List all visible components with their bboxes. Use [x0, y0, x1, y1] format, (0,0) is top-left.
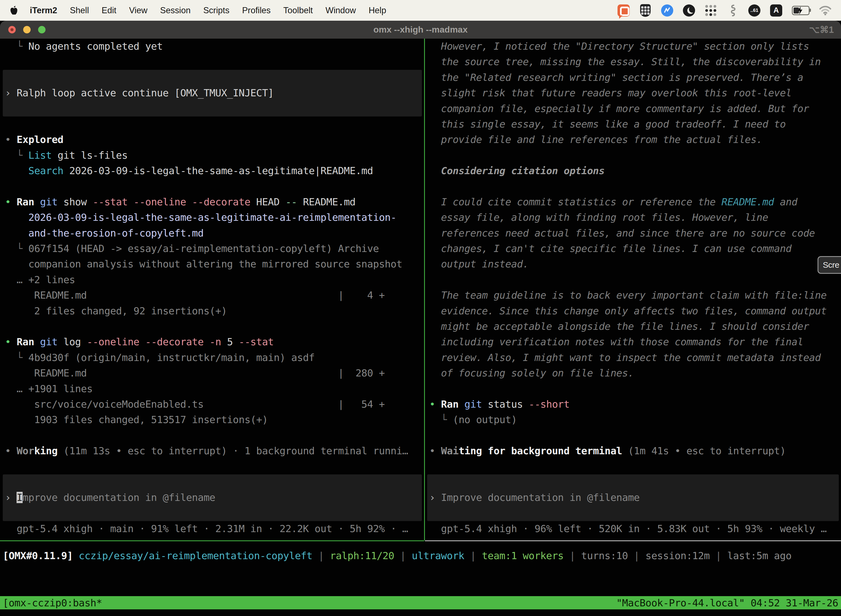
terminal-line: • Working (11m 13s • esc to interrupt) ·… [5, 443, 424, 459]
terminal-line: └ (no output) [429, 412, 841, 427]
apple-menu-icon[interactable] [9, 6, 18, 15]
display-crescent-status-icon[interactable] [683, 4, 695, 17]
active-pane-border [0, 540, 424, 541]
terminal-line [429, 272, 841, 287]
terminal-line: However, I noticed the "Directory Struct… [429, 39, 841, 54]
terminal-line: I could cite commit statistics or refere… [429, 194, 841, 210]
terminal-line: … +1901 lines [5, 381, 424, 397]
terminal-line: provide file and line references from th… [429, 132, 841, 147]
terminal-line [429, 459, 841, 474]
terminal-line [5, 506, 422, 521]
terminal-line: changes, I can't cite specific file line… [429, 241, 841, 257]
terminal-line [5, 459, 424, 474]
menu-item-scripts[interactable]: Scripts [203, 6, 230, 15]
menu-item-session[interactable]: Session [160, 6, 190, 15]
terminal-line: • Waiting for background terminal (1m 41… [429, 443, 841, 459]
terminal-line: gpt-5.4 xhigh · main · 91% left · 2.31M … [5, 521, 424, 537]
terminal-line: companion analysis without altering the … [5, 257, 424, 272]
omx-status-segment: [OMX#0.11.9] [3, 550, 79, 561]
menu-item-toolbelt[interactable]: Toolbelt [283, 6, 313, 15]
terminal-line [5, 428, 424, 443]
omx-status-segment: | [394, 550, 412, 561]
menu-bar: iTerm2ShellEditViewSessionScriptsProfile… [0, 0, 841, 21]
terminal-line [429, 148, 841, 163]
terminal-line: README.md | 4 + [5, 287, 424, 303]
omx-status-segment: turns:10 [581, 550, 628, 561]
menu-item-profiles[interactable]: Profiles [242, 6, 270, 15]
wifi-status-icon[interactable] [819, 4, 832, 17]
terminal-line: └ 067f154 (HEAD -> essay/ai-reimplementa… [5, 241, 424, 257]
screen-share-edge-button[interactable]: Scre [818, 256, 841, 274]
terminal-line: Search 2026-03-09-is-legal-the-same-as-l… [5, 163, 424, 179]
terminal-line: • Ran git log --oneline --decorate -n 5 … [5, 334, 424, 350]
terminal-line: └ 4b9d30f (origin/main, instructkr/main,… [5, 350, 424, 365]
omx-status-segment: | [464, 550, 482, 561]
omx-status-segment: | [710, 550, 727, 561]
inactive-pane-border [425, 540, 841, 541]
omx-status-segment: | [564, 550, 582, 561]
terminal-line: of focusing solely on file lines. [429, 365, 841, 381]
window-shortcut-badge: ⌥⌘1 [809, 21, 834, 39]
menu-item-window[interactable]: Window [325, 6, 356, 15]
chat-app-status-icon[interactable] [617, 4, 630, 17]
terminal-line: might be acceptable alongside the file l… [429, 319, 841, 334]
terminal-line [5, 474, 422, 490]
letter-a-status-icon[interactable]: A [770, 4, 782, 17]
terminal-line [429, 428, 841, 443]
iterm-window: omx --xhigh --madmax ⌥⌘1 └ No agents com… [0, 21, 841, 616]
terminal-line: the source tree, missing the essay. Stil… [429, 54, 841, 70]
terminal-line: › Ralph loop active continue [OMX_TMUX_I… [5, 85, 422, 101]
terminal-line: • Ran git show --stat --oneline --decora… [5, 194, 424, 210]
terminal-line: review. Also, I might want to inspect th… [429, 350, 841, 365]
terminal-line: README.md | 280 + [5, 365, 424, 381]
terminal-line [5, 116, 424, 132]
menu-item-edit[interactable]: Edit [101, 6, 116, 15]
menu-item-shell[interactable]: Shell [70, 6, 89, 15]
window-title: omx --xhigh --madmax [0, 21, 841, 39]
omx-status-segment: | [312, 550, 330, 561]
terminal-line: evidence. Since this change only affects… [429, 303, 841, 319]
prompt-input-box[interactable]: › Improve documentation in @filename [427, 474, 839, 521]
terminal-line [5, 54, 424, 70]
terminal-line: └ List git ls-files [5, 148, 424, 163]
terminal-line: … +2 lines [5, 272, 424, 287]
dots-grid-status-icon[interactable] [705, 4, 717, 17]
terminal-line: 1903 files changed, 513517 insertions(+) [5, 412, 424, 427]
terminal-line: › Improve documentation in @filename [429, 490, 839, 505]
terminal-line: companion file, especially if more comme… [429, 101, 841, 116]
terminal-line: this single essay, it seems like a good … [429, 116, 841, 132]
terminal-line: including verification notes with those … [429, 334, 841, 350]
menu-bar-status-area: ..61 A [617, 4, 832, 17]
terminal-line: output instead. [429, 257, 841, 272]
omx-status-segment: session:12m [645, 550, 710, 561]
terminal-line [429, 506, 839, 521]
left-terminal-pane[interactable]: └ No agents completed yet› Ralph loop ac… [0, 39, 424, 540]
terminal-line: 2 files changed, 92 insertions(+) [5, 303, 424, 319]
terminal-content: └ No agents completed yet› Ralph loop ac… [0, 39, 841, 616]
terminal-line: └ No agents completed yet [5, 39, 424, 54]
prompt-input-box[interactable]: › Improve documentation in @filename [3, 474, 422, 521]
shield-status-icon[interactable] [639, 4, 652, 17]
squiggle-status-icon[interactable] [726, 4, 739, 17]
terminal-line: references need actual files, and since … [429, 226, 841, 241]
terminal-line [5, 179, 424, 194]
terminal-line [5, 319, 424, 334]
menu-item-iterm2[interactable]: iTerm2 [30, 6, 57, 15]
terminal-line: • Explored [5, 132, 424, 147]
screen: iTerm2ShellEditViewSessionScriptsProfile… [0, 0, 841, 616]
battery-status-icon[interactable] [792, 4, 810, 17]
app-menus: iTerm2ShellEditViewSessionScriptsProfile… [30, 6, 399, 15]
zigzag-status-icon[interactable] [661, 4, 674, 17]
terminal-line: • Ran git status --short [429, 397, 841, 412]
badge-61-status-icon[interactable]: ..61 [748, 4, 761, 17]
right-terminal-pane[interactable]: However, I noticed the "Directory Struct… [425, 39, 841, 540]
menu-item-view[interactable]: View [129, 6, 148, 15]
menu-item-help[interactable]: Help [369, 6, 386, 15]
omx-status-segment: cczip/essay/ai-reimplementation-copyleft [79, 550, 312, 561]
terminal-line: the "Related research writing" section i… [429, 70, 841, 85]
terminal-line [5, 101, 422, 116]
terminal-line: essay file, along with finding root file… [429, 210, 841, 225]
terminal-line [429, 474, 839, 490]
window-title-bar[interactable]: omx --xhigh --madmax ⌥⌘1 [0, 21, 841, 39]
terminal-line [5, 70, 422, 85]
